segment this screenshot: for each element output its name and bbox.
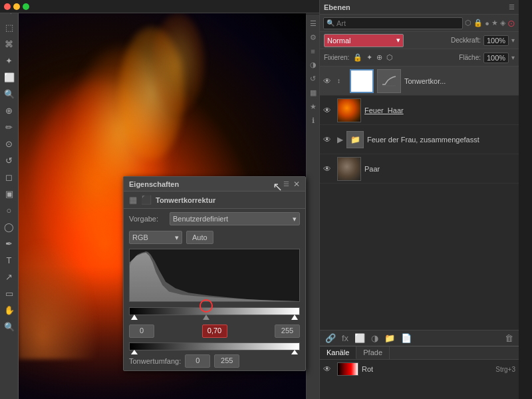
white-point-slider[interactable]	[291, 315, 298, 320]
layer-name-feuer-frau: Feuer der Frau, zusammengefasst	[367, 136, 515, 144]
clone-tool[interactable]: ⊙	[2, 136, 17, 151]
layer-visibility-feuer-frau[interactable]: 👁	[323, 135, 334, 144]
lock-all-icon[interactable]: ⊕	[376, 53, 382, 62]
attr-icon[interactable]: ◈	[500, 19, 505, 27]
quick-select-tool[interactable]: ✦	[2, 53, 17, 68]
window-min-btn[interactable]	[13, 3, 20, 10]
auto-button[interactable]: Auto	[186, 231, 213, 244]
filter-icon[interactable]: ⬡	[465, 19, 471, 27]
styles-panel-toggle[interactable]: ★	[307, 101, 319, 112]
layer-item-feuer-haar[interactable]: 👁 Feuer_Haar	[320, 96, 519, 125]
layer-visibility-tonwert[interactable]: 👁	[323, 76, 334, 86]
midpoint-input[interactable]: 0,70	[202, 325, 227, 338]
channels-section: Kanäle Pfade 👁 Rot Strg+3	[320, 346, 519, 399]
tab-pfade[interactable]: Pfade	[356, 346, 390, 359]
search-icon: 🔍	[327, 19, 334, 27]
filter-toggle-btn[interactable]: ⊙	[507, 18, 515, 29]
history-tool[interactable]: ↺	[2, 153, 17, 168]
properties-panel-header[interactable]: Eigenschaften ☰ ✕	[124, 177, 305, 192]
lock-artboard-icon[interactable]: ⬡	[386, 53, 393, 62]
zoom-tool[interactable]: 🔍	[2, 319, 17, 334]
adjustments-panel-toggle[interactable]: ◑	[307, 59, 319, 70]
pen-tool[interactable]: ✒	[2, 236, 17, 251]
brush-tool[interactable]: ✏	[2, 120, 17, 134]
window-close-btn[interactable]	[4, 3, 11, 10]
properties-panel: Eigenschaften ☰ ✕ ▦ ⬛ Tonwertkorrektur V…	[123, 176, 306, 371]
layer-item-paar[interactable]: 👁 Paar	[320, 154, 519, 184]
midpoint-slider[interactable]	[203, 315, 209, 320]
layer-thumb-tonwert-adj	[377, 69, 401, 93]
color-icon[interactable]: ●	[485, 19, 489, 27]
histogram-area	[129, 249, 300, 315]
channels-panel-toggle[interactable]: ≡	[307, 46, 319, 57]
channel-name-rot: Rot	[362, 365, 492, 373]
lock-pixels-icon[interactable]: ✦	[366, 53, 372, 62]
swatches-panel-toggle[interactable]: ▦	[307, 87, 319, 98]
folder-icon: 📁	[350, 135, 360, 144]
dodge-tool[interactable]: ◯	[2, 219, 17, 234]
channel-select[interactable]: RGB ▾	[129, 231, 182, 244]
layer-thumb-paar	[337, 157, 361, 181]
new-adjustment-icon[interactable]: ◑	[370, 333, 380, 343]
group-expand-icon[interactable]: ▶	[337, 135, 343, 144]
select-tool[interactable]: ⬚	[2, 20, 17, 35]
delete-layer-icon[interactable]: 🗑	[503, 333, 515, 343]
lasso-tool[interactable]: ⌘	[2, 37, 17, 51]
gradient-tool[interactable]: ▣	[2, 186, 17, 201]
heal-tool[interactable]: ⊕	[2, 103, 17, 118]
rgb-row: RGB ▾ Auto	[124, 229, 305, 246]
channel-visibility-rot[interactable]: 👁	[323, 364, 334, 374]
camera-icon[interactable]: ⬛	[141, 195, 152, 205]
flaeche-row: Fläche: 100% ▾	[459, 53, 515, 63]
add-mask-icon[interactable]: ⬜	[353, 333, 366, 343]
window-max-btn[interactable]	[23, 3, 29, 10]
layer-link-tonwert[interactable]: ↕	[337, 77, 346, 84]
link-layers-icon[interactable]: 🔗	[324, 333, 337, 343]
eraser-tool[interactable]: ◻	[2, 170, 17, 184]
layers-search-input[interactable]	[336, 19, 370, 27]
opacity-input[interactable]: 100%	[483, 35, 509, 46]
flaeche-label: Fläche:	[459, 54, 481, 61]
layer-item-tonwert[interactable]: 👁 ↕ Tonwertkor...	[320, 66, 519, 96]
vorgabe-select[interactable]: Benutzerdefiniert ▾	[170, 212, 300, 225]
layer-visibility-paar[interactable]: 👁	[323, 164, 334, 174]
white-point-input[interactable]: 255	[275, 325, 300, 338]
history-panel-toggle[interactable]: ↺	[307, 73, 319, 84]
layers-menu-icon[interactable]: ☰	[509, 3, 515, 11]
properties-close-btn[interactable]: ✕	[293, 180, 300, 189]
range-max-input[interactable]: 255	[214, 354, 239, 368]
shape-tool[interactable]: ▭	[2, 286, 17, 301]
props-panel-toggle[interactable]: ⚙	[307, 32, 319, 43]
range-label: Tonwertumfang:	[129, 357, 181, 365]
lock-pos-icon[interactable]: 🔒	[353, 53, 362, 62]
path-tool[interactable]: ↗	[2, 269, 17, 284]
output-white-slider[interactable]	[291, 350, 298, 354]
blend-mode-select[interactable]: Normal ▾	[324, 34, 404, 47]
black-point-input[interactable]: 0	[129, 325, 154, 338]
range-min-input[interactable]: 0	[185, 354, 210, 368]
blur-tool[interactable]: ○	[2, 203, 17, 217]
fx-icon[interactable]: fx	[340, 333, 350, 343]
hand-tool[interactable]: ✋	[2, 303, 17, 317]
layer-visibility-feuer-haar[interactable]: 👁	[323, 106, 334, 115]
layers-search-box[interactable]: 🔍	[323, 17, 463, 29]
black-point-slider[interactable]	[131, 315, 138, 320]
vorgabe-chevron-icon: ▾	[293, 215, 297, 223]
layer-item-feuer-frau[interactable]: 👁 ▶ 📁 Feuer der Frau, zusammengefasst	[320, 125, 519, 154]
new-layer-icon[interactable]: 📄	[400, 333, 413, 343]
new-group-icon[interactable]: 📁	[383, 333, 396, 343]
lock-icon[interactable]: 🔒	[473, 19, 483, 27]
vorgabe-row: Vorgabe: Benutzerdefiniert ▾	[124, 209, 305, 229]
crop-tool[interactable]: ⬜	[2, 70, 17, 84]
flaeche-input[interactable]: 100%	[483, 53, 509, 63]
tab-kanale[interactable]: Kanäle	[320, 346, 356, 359]
left-toolbar: ↖ ⬚ ⌘ ✦ ⬜ 🔍 ⊕ ✏ ⊙ ↺ ◻ ▣ ○ ◯ ✒ T ↗ ▭ ✋ 🔍	[0, 0, 19, 399]
text-tool[interactable]: T	[2, 253, 17, 267]
channel-row-rot[interactable]: 👁 Rot Strg+3	[320, 360, 519, 378]
effect-icon[interactable]: ★	[491, 19, 498, 27]
eyedropper-tool[interactable]: 🔍	[2, 86, 17, 101]
info-panel-toggle[interactable]: ℹ	[307, 115, 319, 126]
output-black-slider[interactable]	[131, 350, 138, 354]
layers-panel-toggle[interactable]: ☰	[307, 18, 319, 29]
properties-menu-icon[interactable]: ☰	[283, 180, 289, 188]
